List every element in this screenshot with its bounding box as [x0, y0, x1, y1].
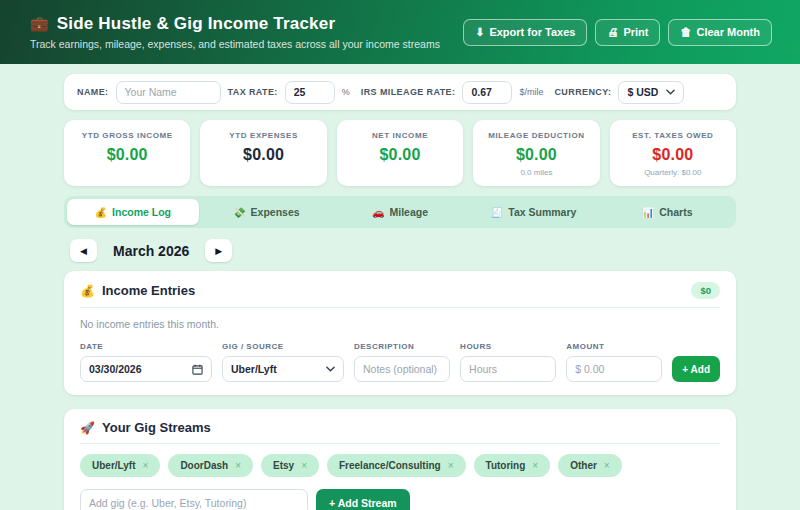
gig-chip-uber-lyft: Uber/Lyft × [80, 454, 160, 477]
remove-gig-icon[interactable]: × [448, 460, 454, 471]
current-month-label: March 2026 [113, 243, 189, 259]
clear-month-button[interactable]: 🗑 Clear Month [668, 19, 772, 46]
gig-chip-label: Uber/Lyft [92, 460, 136, 471]
chevron-down-icon [326, 366, 335, 372]
empty-entries-message: No income entries this month. [80, 318, 720, 330]
gig-chip-other: Other × [558, 454, 622, 477]
header-title-block: 💼 Side Hustle & Gig Income Tracker Track… [30, 14, 440, 50]
date-input[interactable]: 03/30/2026 [80, 356, 212, 382]
tab-label: Income Log [112, 206, 171, 218]
export-for-taxes-button[interactable]: ⬇ Export for Taxes [463, 19, 587, 46]
stat-label: YTD GROSS INCOME [68, 131, 186, 140]
stat-label: NET INCOME [341, 131, 459, 140]
tab-income-log[interactable]: 💰 Income Log [67, 199, 199, 225]
remove-gig-icon[interactable]: × [604, 460, 610, 471]
hours-label: HOURS [460, 342, 556, 351]
month-navigation: ◀ March 2026 ▶ [64, 239, 736, 262]
income-entries-card: 💰 Income Entries $0 No income entries th… [64, 271, 736, 395]
amount-input[interactable] [566, 356, 662, 382]
gig-chip-doordash: DoorDash × [168, 454, 253, 477]
name-input[interactable] [116, 81, 221, 104]
gig-chip-label: Other [570, 460, 597, 471]
tab-expenses[interactable]: 💸 Expenses [201, 199, 333, 225]
tab-mileage[interactable]: 🚗 Mileage [334, 199, 466, 225]
briefcase-icon: 💼 [30, 15, 49, 33]
remove-gig-icon[interactable]: × [301, 460, 307, 471]
money-bag-icon: 💰 [80, 284, 95, 298]
tax-rate-input[interactable] [285, 81, 335, 104]
gig-streams-title: Your Gig Streams [102, 420, 211, 435]
add-stream-button[interactable]: + Add Stream [316, 489, 410, 510]
stat-card-ytd-gross-income: YTD GROSS INCOME $0.00 [64, 120, 190, 186]
stat-subtext: Quarterly: $0.00 [614, 168, 732, 177]
download-icon: ⬇ [475, 26, 484, 39]
print-button[interactable]: 🖨 Print [595, 19, 660, 46]
stat-card-est-taxes-owed: EST. TAXES OWED $0.00 Quarterly: $0.00 [610, 120, 736, 186]
description-label: DESCRIPTION [354, 342, 450, 351]
add-gig-input[interactable] [80, 489, 308, 510]
mileage-rate-input[interactable] [462, 81, 512, 104]
gig-chip-etsy: Etsy × [261, 454, 319, 477]
stat-card-mileage-deduction: MILEAGE DEDUCTION $0.00 0.0 miles [473, 120, 599, 186]
chevron-down-icon [666, 89, 675, 95]
gig-source-label: GIG / SOURCE [222, 342, 344, 351]
mileage-rate-label: IRS MILEAGE RATE: [361, 87, 456, 97]
stat-label: YTD EXPENSES [204, 131, 322, 140]
gig-chip-list: Uber/Lyft × DoorDash × Etsy × Freelance/… [80, 454, 720, 477]
receipt-icon: 🧾 [491, 207, 503, 218]
gig-source-value: Uber/Lyft [231, 363, 277, 375]
name-label: NAME: [77, 87, 109, 97]
app-title: Side Hustle & Gig Income Tracker [57, 14, 336, 34]
tax-rate-label: TAX RATE: [228, 87, 278, 97]
amount-label: AMOUNT [566, 342, 662, 351]
left-arrow-icon: ◀ [80, 246, 87, 256]
export-button-label: Export for Taxes [489, 26, 575, 38]
remove-gig-icon[interactable]: × [143, 460, 149, 471]
gig-chip-label: Etsy [273, 460, 294, 471]
tab-charts[interactable]: 📊 Charts [601, 199, 733, 225]
app-header: 💼 Side Hustle & Gig Income Tracker Track… [0, 0, 800, 64]
stat-value: $0.00 [614, 146, 732, 164]
clear-month-button-label: Clear Month [696, 26, 760, 38]
stat-card-net-income: NET INCOME $0.00 [337, 120, 463, 186]
car-icon: 🚗 [372, 207, 384, 218]
tax-rate-suffix: % [342, 87, 350, 97]
stat-label: MILEAGE DEDUCTION [477, 131, 595, 140]
income-entries-header: 💰 Income Entries $0 [80, 282, 720, 299]
print-button-label: Print [623, 26, 648, 38]
income-total-badge: $0 [691, 282, 720, 299]
previous-month-button[interactable]: ◀ [70, 239, 97, 262]
next-month-button[interactable]: ▶ [205, 239, 232, 262]
gig-chip-label: Freelance/Consulting [339, 460, 441, 471]
money-with-wings-icon: 💸 [233, 207, 245, 218]
remove-gig-icon[interactable]: × [532, 460, 538, 471]
stats-row: YTD GROSS INCOME $0.00 YTD EXPENSES $0.0… [64, 120, 736, 186]
stat-value: $0.00 [68, 146, 186, 164]
tab-label: Mileage [389, 206, 428, 218]
stat-value: $0.00 [477, 146, 595, 164]
gig-streams-card: 🚀 Your Gig Streams Uber/Lyft × DoorDash … [64, 409, 736, 510]
gig-chip-label: DoorDash [180, 460, 228, 471]
bar-chart-icon: 📊 [642, 207, 654, 218]
tab-bar: 💰 Income Log 💸 Expenses 🚗 Mileage 🧾 Tax … [64, 196, 736, 228]
remove-gig-icon[interactable]: × [235, 460, 241, 471]
app-subtitle: Track earnings, mileage, expenses, and e… [30, 38, 440, 50]
stat-value: $0.00 [341, 146, 459, 164]
stat-card-ytd-expenses: YTD EXPENSES $0.00 [200, 120, 326, 186]
tab-tax-summary[interactable]: 🧾 Tax Summary [468, 199, 600, 225]
stat-value: $0.00 [204, 146, 322, 164]
main-content: NAME: TAX RATE: % IRS MILEAGE RATE: $/mi… [64, 64, 736, 510]
add-income-button[interactable]: + Add [672, 356, 720, 382]
stat-subtext: 0.0 miles [477, 168, 595, 177]
gig-chip-label: Tutoring [486, 460, 526, 471]
description-input[interactable] [354, 356, 450, 382]
mileage-rate-suffix: $/mile [519, 87, 543, 97]
hours-input[interactable] [460, 356, 556, 382]
tab-label: Tax Summary [508, 206, 576, 218]
currency-select[interactable]: $ USD [618, 81, 684, 104]
income-entries-title: Income Entries [102, 283, 195, 298]
gig-streams-header: 🚀 Your Gig Streams [80, 420, 720, 435]
settings-bar: NAME: TAX RATE: % IRS MILEAGE RATE: $/mi… [64, 74, 736, 110]
add-income-form: DATE 03/30/2026 GIG / SOURCE Uber/Lyft D… [80, 342, 720, 382]
gig-source-select[interactable]: Uber/Lyft [222, 356, 344, 382]
